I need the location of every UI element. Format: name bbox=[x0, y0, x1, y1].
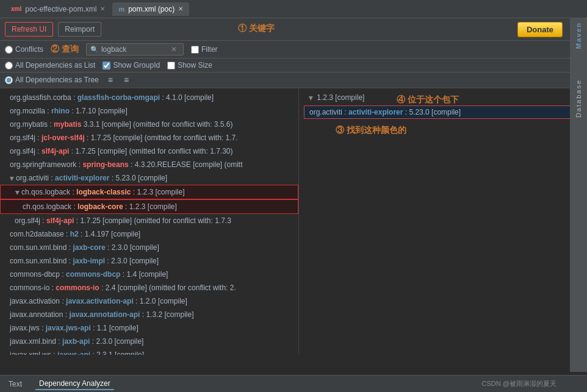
m-icon: m bbox=[118, 5, 124, 13]
tab-text[interactable]: Text bbox=[5, 379, 26, 390]
options-row-1: Conflicts ② 查询 🔍 ✕ Filter bbox=[0, 41, 587, 59]
options-row-2: All Dependencies as List Show GroupId Sh… bbox=[0, 59, 587, 73]
list-item: javax.xml.ws : jaxws-api : 2.3.1 [compil… bbox=[0, 348, 298, 355]
show-size-label[interactable]: Show Size bbox=[167, 61, 212, 69]
annotation-query: ② 查询 bbox=[51, 44, 79, 55]
tab-poc-effective[interactable]: xml poc-effective-pom.xml ✕ bbox=[5, 2, 111, 16]
conflicts-radio-input[interactable] bbox=[5, 46, 13, 54]
tab1-label: poc-effective-pom.xml bbox=[25, 5, 96, 13]
tab2-label: pom.xml (poc) bbox=[128, 5, 175, 13]
filter-checkbox-label[interactable]: Filter bbox=[191, 45, 218, 54]
list-item: org.mozilla : rhino : 1.7.10 [compile] bbox=[0, 104, 298, 118]
bottom-bar: Text Dependency Analyzer CSDN @被雨淋湿的夏天 bbox=[0, 375, 587, 392]
filter-checkbox[interactable] bbox=[191, 46, 199, 54]
left-dependency-pane[interactable]: org.glassfish.corba : glassfish-corba-om… bbox=[0, 88, 299, 355]
list-item: org.springframework : spring-beans : 4.3… bbox=[0, 158, 298, 171]
donate-button[interactable]: Donate bbox=[517, 22, 563, 37]
list-item: ch.qos.logback : logback-core : 1.2.3 [c… bbox=[0, 199, 298, 214]
tab-pom-poc[interactable]: m pom.xml (poc) ✕ bbox=[112, 2, 189, 16]
tab-dependency-analyzer[interactable]: Dependency Analyzer bbox=[35, 378, 114, 390]
list-item: ▶ch.qos.logback : logback-classic : 1.2.… bbox=[0, 185, 298, 199]
expand-all-button[interactable]: ≡ bbox=[106, 75, 115, 85]
search-input[interactable] bbox=[101, 45, 168, 54]
refresh-button[interactable]: Refresh UI bbox=[5, 22, 53, 37]
annotation-keyword: ① 关键字 bbox=[238, 23, 275, 34]
options-row-3: All Dependencies as Tree ≡ ≡ bbox=[0, 73, 587, 88]
search-container: 🔍 ✕ bbox=[86, 43, 184, 55]
list-item: commons-dbcp : commons-dbcp : 1.4 [compi… bbox=[0, 268, 298, 281]
list-item: org.slf4j : slf4j-api : 1.7.25 [compile]… bbox=[0, 214, 298, 227]
list-item: commons-io : commons-io : 2.4 [compile] … bbox=[0, 281, 298, 294]
annotation-package: ④ 位于这个包下 bbox=[397, 94, 459, 105]
main-content: org.glassfish.corba : glassfish-corba-om… bbox=[0, 88, 587, 355]
search-icon: 🔍 bbox=[90, 46, 99, 54]
filter-label-text: Filter bbox=[201, 45, 218, 54]
expand-triangle: ▶ bbox=[8, 177, 16, 181]
all-deps-tree-radio[interactable]: All Dependencies as Tree bbox=[5, 76, 99, 84]
xml-icon: xml bbox=[11, 5, 21, 12]
list-item: javax.activation : javax.activation-api … bbox=[0, 294, 298, 308]
list-item: com.sun.xml.bind : jaxb-impl : 2.3.0 [co… bbox=[0, 254, 298, 268]
show-size-checkbox[interactable] bbox=[167, 62, 175, 69]
clear-search-button[interactable]: ✕ bbox=[171, 45, 177, 54]
list-item: org.glassfish.corba : glassfish-corba-om… bbox=[0, 91, 298, 104]
list-item: javax.jws : javax.jws-api : 1.1 [compile… bbox=[0, 321, 298, 335]
list-item: ▶org.activiti : activiti-explorer : 5.23… bbox=[0, 171, 298, 185]
show-groupid-label[interactable]: Show GroupId bbox=[103, 61, 160, 69]
right-dependency-pane[interactable]: ▶ 1.2.3 [compile] org.activiti : activit… bbox=[299, 88, 587, 355]
all-deps-list-radio[interactable]: All Dependencies as List bbox=[5, 61, 95, 69]
expand-triangle: ▶ bbox=[13, 191, 22, 195]
maven-side-panel: Maven Database bbox=[570, 18, 587, 372]
reimport-button[interactable]: Reimport bbox=[58, 22, 101, 37]
all-deps-list-radio-input[interactable] bbox=[5, 62, 13, 69]
all-deps-tree-label: All Dependencies as Tree bbox=[15, 76, 99, 84]
list-item: com.h2database : h2 : 1.4.197 [compile] bbox=[0, 227, 298, 241]
list-item: org.slf4j : jcl-over-slf4j : 1.7.25 [com… bbox=[0, 131, 298, 144]
tab1-close[interactable]: ✕ bbox=[100, 5, 105, 12]
list-item: javax.annotation : javax.annotation-api … bbox=[0, 308, 298, 321]
collapse-all-button[interactable]: ≡ bbox=[122, 75, 131, 85]
toolbar: Refresh UI Reimport ① 关键字 Donate bbox=[0, 18, 587, 41]
title-bar: xml poc-effective-pom.xml ✕ m pom.xml (p… bbox=[0, 0, 587, 18]
show-groupid-text: Show GroupId bbox=[113, 61, 160, 69]
list-item: javax.xml.bind : jaxb-api : 2.3.0 [compi… bbox=[0, 335, 298, 348]
conflicts-radio[interactable]: Conflicts bbox=[5, 45, 43, 54]
annotation-color: ③ 找到这种颜色的 bbox=[336, 125, 406, 136]
all-deps-tree-radio-input[interactable] bbox=[5, 76, 13, 84]
list-item: com.sun.xml.bind : jaxb-core : 2.3.0 [co… bbox=[0, 241, 298, 254]
maven-side-label: Maven bbox=[575, 22, 582, 49]
show-size-text: Show Size bbox=[178, 61, 212, 69]
list-item: org.mybatis : mybatis 3.3.1 [compile] (o… bbox=[0, 118, 298, 131]
right-section-label: 1.2.3 [compile] bbox=[317, 93, 364, 102]
conflicts-label: Conflicts bbox=[15, 45, 43, 54]
right-highlight-item: org.activiti : activiti-explorer : 5.23.… bbox=[304, 105, 582, 119]
csdn-credit: CSDN @被雨淋湿的夏天 bbox=[482, 379, 556, 388]
database-side-label: Database bbox=[575, 79, 582, 118]
list-item: org.slf4j : slf4j-api : 1.7.25 [compile]… bbox=[0, 144, 298, 158]
show-groupid-checkbox[interactable] bbox=[103, 62, 110, 69]
tab2-close[interactable]: ✕ bbox=[178, 5, 183, 12]
all-deps-list-label: All Dependencies as List bbox=[15, 61, 95, 69]
